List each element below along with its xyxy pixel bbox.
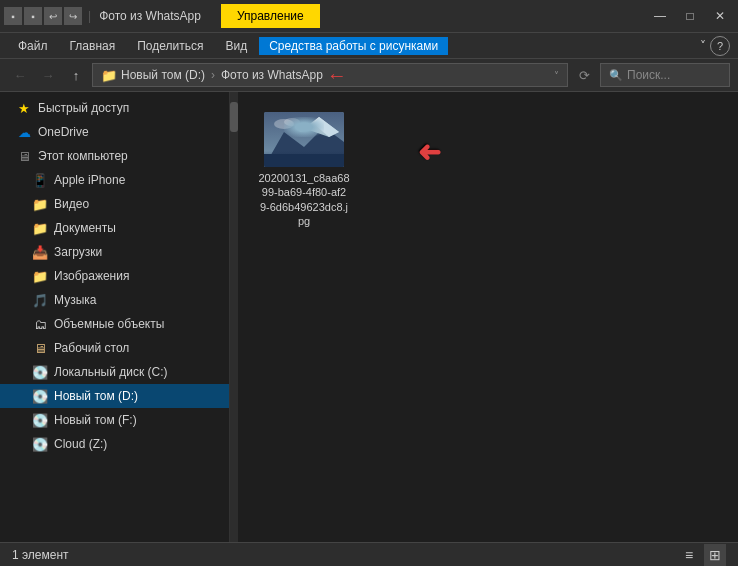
title-bar: ▪ ▪ ↩ ↪ | Фото из WhatsApp Управление — … [0,0,738,32]
content-pane: ➜ [238,92,738,542]
folder-icon: 📁 [101,68,117,83]
sidebar-label-drive-f: Новый том (F:) [54,413,137,427]
sidebar-item-iphone[interactable]: 📱 Apple iPhone [0,168,229,192]
path-part-root: Новый том (D:) [121,68,205,82]
sidebar-label-images: Изображения [54,269,129,283]
drive-c-icon: 💽 [32,364,48,380]
sidebar-item-images[interactable]: 📁 Изображения [0,264,229,288]
music-icon: 🎵 [32,292,48,308]
collapse-icon[interactable]: ˅ [700,39,706,53]
sidebar-item-downloads[interactable]: 📥 Загрузки [0,240,229,264]
sidebar-label-downloads: Загрузки [54,245,102,259]
help-button[interactable]: ? [710,36,730,56]
star-icon: ★ [16,100,32,116]
sidebar-label-quick-access: Быстрый доступ [38,101,129,115]
path-sep: › [211,68,215,82]
annotation-arrow: ➜ [418,137,441,170]
sidebar-item-quick-access[interactable]: ★ Быстрый доступ [0,96,229,120]
status-bar: 1 элемент ≡ ⊞ [0,542,738,566]
images-folder-icon: 📁 [32,268,48,284]
svg-point-5 [274,119,294,129]
sidebar-label-iphone: Apple iPhone [54,173,125,187]
window-title: Фото из WhatsApp [99,9,201,23]
file-name: 20200131_c8aa68 99-ba69-4f80-af2 9-6d6b4… [258,171,350,228]
sidebar-item-music[interactable]: 🎵 Музыка [0,288,229,312]
sidebar: ★ Быстрый доступ ☁ OneDrive 🖥 Этот компь… [0,92,230,542]
sidebar-item-drive-z[interactable]: 💽 Cloud (Z:) [0,432,229,456]
sidebar-label-drive-c: Локальный диск (C:) [54,365,168,379]
sidebar-item-video[interactable]: 📁 Видео [0,192,229,216]
file-item[interactable]: 20200131_c8aa68 99-ba69-4f80-af2 9-6d6b4… [254,108,354,232]
file-thumbnail [264,112,344,167]
search-icon: 🔍 [609,69,623,82]
menu-home[interactable]: Главная [60,37,126,55]
sidebar-label-music: Музыка [54,293,96,307]
svg-point-6 [284,118,300,126]
sidebar-label-3d: Объемные объекты [54,317,164,331]
menu-view[interactable]: Вид [215,37,257,55]
minimize-button[interactable]: — [646,2,674,30]
menu-file[interactable]: Файл [8,37,58,55]
grid-view-button[interactable]: ⊞ [704,544,726,566]
3d-icon: 🗂 [32,316,48,332]
phone-icon: 📱 [32,172,48,188]
downloads-icon: 📥 [32,244,48,260]
search-box[interactable]: 🔍 Поиск... [600,63,730,87]
sidebar-item-this-pc[interactable]: 🖥 Этот компьютер [0,144,229,168]
view-controls: ≡ ⊞ [678,544,726,566]
sidebar-item-documents[interactable]: 📁 Документы [0,216,229,240]
up-button[interactable]: ↑ [64,63,88,87]
titlebar-icons: ▪ ▪ ↩ ↪ | [4,7,95,25]
close-button[interactable]: ✕ [706,2,734,30]
address-chevron[interactable]: ˅ [554,70,559,81]
drive-f-icon: 💽 [32,412,48,428]
sidebar-item-desktop[interactable]: 🖥 Рабочий стол [0,336,229,360]
sidebar-label-desktop: Рабочий стол [54,341,129,355]
svg-rect-4 [264,154,344,167]
sidebar-label-drive-z: Cloud (Z:) [54,437,107,451]
menu-share[interactable]: Поделиться [127,37,213,55]
video-folder-icon: 📁 [32,196,48,212]
main-area: ★ Быстрый доступ ☁ OneDrive 🖥 Этот компь… [0,92,738,542]
sidebar-item-onedrive[interactable]: ☁ OneDrive [0,120,229,144]
drive-z-icon: 💽 [32,436,48,452]
drive-d-icon: 💽 [32,388,48,404]
back-button[interactable]: ← [8,63,32,87]
tb-icon-2: ▪ [24,7,42,25]
sidebar-scrollbar[interactable] [230,92,238,542]
menu-picture-tools[interactable]: Средства работы с рисунками [259,37,448,55]
refresh-button[interactable]: ⟳ [572,63,596,87]
list-view-button[interactable]: ≡ [678,544,700,566]
cloud-icon: ☁ [16,124,32,140]
scrollbar-thumb[interactable] [230,102,238,132]
search-placeholder: Поиск... [627,68,670,82]
sidebar-label-this-pc: Этот компьютер [38,149,128,163]
sidebar-label-onedrive: OneDrive [38,125,89,139]
desktop-icon: 🖥 [32,340,48,356]
menu-bar: Файл Главная Поделиться Вид Средства раб… [0,32,738,58]
manage-tab[interactable]: Управление [221,4,320,28]
sidebar-label-documents: Документы [54,221,116,235]
sidebar-item-3d-objects[interactable]: 🗂 Объемные объекты [0,312,229,336]
undo-btn[interactable]: ↩ [44,7,62,25]
sidebar-wrapper: ★ Быстрый доступ ☁ OneDrive 🖥 Этот компь… [0,92,238,542]
menu-chevron: ˅ ? [700,36,730,56]
maximize-button[interactable]: □ [676,2,704,30]
documents-folder-icon: 📁 [32,220,48,236]
window-controls: — □ ✕ [646,2,734,30]
pc-icon: 🖥 [16,148,32,164]
sidebar-label-drive-d: Новый том (D:) [54,389,138,403]
sidebar-item-drive-c[interactable]: 💽 Локальный диск (C:) [0,360,229,384]
forward-button[interactable]: → [36,63,60,87]
sidebar-item-drive-f[interactable]: 💽 Новый том (F:) [0,408,229,432]
sidebar-label-video: Видео [54,197,89,211]
address-path[interactable]: 📁 Новый том (D:) › Фото из WhatsApp ← ˅ [92,63,568,87]
path-part-current: Фото из WhatsApp [221,68,323,82]
tb-icon-1: ▪ [4,7,22,25]
redo-btn[interactable]: ↪ [64,7,82,25]
address-bar: ← → ↑ 📁 Новый том (D:) › Фото из WhatsAp… [0,58,738,92]
thumbnail-svg [264,112,344,167]
sidebar-item-drive-d[interactable]: 💽 Новый том (D:) [0,384,229,408]
item-count: 1 элемент [12,548,69,562]
address-arrow: ← [327,64,347,87]
